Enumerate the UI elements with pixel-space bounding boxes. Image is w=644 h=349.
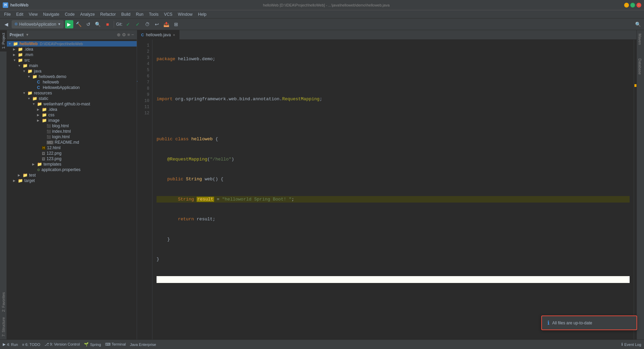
menu-help[interactable]: Help (195, 11, 209, 17)
sidebar-tab-favorites[interactable]: 2: Favorites (0, 289, 7, 314)
tree-122png[interactable]: ▶ 🖼 122.png (7, 151, 137, 156)
tree-weilanhanf[interactable]: ▼ 📁 weilanhanf.github.io-mast (7, 101, 137, 107)
menu-analyze[interactable]: Analyze (77, 11, 98, 17)
tab-helloweb[interactable]: C helloweb.java × (137, 30, 179, 40)
tab-close-btn[interactable]: × (173, 33, 175, 37)
code-line-11: } (157, 256, 630, 263)
project-panel: Project ▼ ⊕ ⚙ ≡ − ▼ 📁 helloWeb D:\IDEA\P… (7, 30, 137, 339)
menu-navigate[interactable]: Navigate (40, 11, 62, 17)
close-button[interactable]: × (636, 3, 641, 8)
panel-close-btn[interactable]: − (131, 32, 134, 37)
tab-version-control[interactable]: ⎇ 9: Version Control (45, 342, 80, 347)
git-checkmark1[interactable]: ✓ (124, 20, 132, 28)
panel-settings-btn[interactable]: ≡ (127, 32, 130, 37)
tree-main[interactable]: ▼ 📁 main (7, 63, 137, 68)
mvn-folder-icon: 📁 (18, 52, 23, 57)
menu-vcs[interactable]: VCS (161, 11, 175, 17)
tree-helloweb[interactable]: ▶ C helloweb (7, 79, 137, 85)
image-arrow: ▶ (37, 119, 42, 122)
maximize-button[interactable]: □ (630, 3, 635, 8)
tree-app-props[interactable]: ▶ ⚙ application.properties (7, 167, 137, 172)
menu-view[interactable]: View (26, 11, 40, 17)
tree-static[interactable]: ▼ 📁 static (7, 96, 137, 101)
tree-readme[interactable]: ▶ MD README.md (7, 140, 137, 145)
tab-run[interactable]: ▶ 4: Run (3, 342, 18, 347)
tree-java[interactable]: ▼ 📁 java (7, 68, 137, 74)
12html-name: 12.html (47, 145, 60, 150)
tree-templates[interactable]: ▶ 📁 templates (7, 161, 137, 167)
tree-12html[interactable]: ▶ H 12.html (7, 145, 137, 151)
tab-spring[interactable]: 🌱 Spring (84, 342, 101, 347)
tree-helloweb-demo[interactable]: ▼ 📁 helloweb.demo (7, 74, 137, 79)
panel-scope-btn[interactable]: ⊕ (117, 32, 121, 37)
menu-file[interactable]: File (1, 11, 13, 17)
tree-test[interactable]: ▶ 📁 test (7, 172, 137, 178)
stop-button[interactable]: ■ (103, 20, 112, 28)
res-name: resources (34, 91, 52, 95)
search-everywhere[interactable]: 🔍 (634, 20, 642, 28)
sidebar-tab-project[interactable]: 1: Project (0, 30, 7, 51)
tree-123png[interactable]: ▶ 🖼 123.png (7, 156, 137, 161)
tree-blog[interactable]: ▶ ⬛ blog.html (7, 123, 137, 129)
git-undo[interactable]: ↩ (153, 20, 161, 28)
line-num-7: 7 ◆ (138, 79, 149, 86)
tree-login[interactable]: ▶ ⬛ login.html (7, 134, 137, 140)
tree-resources[interactable]: ▼ 📁 resources (7, 90, 137, 96)
left-sidebar-tabs: 1: Project 2: Favorites 7: Structure (0, 30, 7, 339)
split-vertical[interactable]: ⊞ (172, 20, 180, 28)
test-name: test (29, 173, 36, 178)
tree-idea[interactable]: ▶ 📁 .idea (7, 47, 137, 52)
panel-controls: ⊕ ⚙ ≡ − (117, 32, 134, 37)
menu-code[interactable]: Code (62, 11, 77, 17)
gutter-marker (634, 84, 636, 87)
tree-index[interactable]: ▶ ⬛ index.html (7, 129, 137, 134)
spring-icon: 🌱 (84, 342, 89, 347)
tree-src[interactable]: ▼ 📁 src (7, 57, 137, 63)
menu-run[interactable]: Run (133, 11, 146, 17)
panel-gear-btn[interactable]: ⚙ (122, 32, 126, 37)
panel-dropdown[interactable]: ▼ (26, 33, 29, 37)
git-label: Git: (116, 22, 123, 27)
tree-idea-sub[interactable]: ▶ 📁 .idea (7, 107, 137, 112)
app-filename: HellowebApplication (43, 85, 80, 90)
tree-target[interactable]: ▶ 📁 target (7, 178, 137, 183)
tab-java-icon: C (141, 33, 144, 37)
menu-window[interactable]: Window (175, 11, 195, 17)
line-num-5: 5 (138, 67, 149, 73)
menu-build[interactable]: Build (119, 11, 133, 17)
tab-terminal[interactable]: ⌨ Terminal (105, 342, 126, 347)
tab-todo[interactable]: ≡ 6: TODO (22, 342, 40, 347)
tab-java-enterprise[interactable]: Java Enterprise (130, 342, 156, 347)
right-gutter (634, 40, 636, 339)
tree-image[interactable]: ▶ 📁 image (7, 118, 137, 123)
menu-edit[interactable]: Edit (13, 11, 26, 17)
tree-root[interactable]: ▼ 📁 helloWeb D:\IDEA\Project\helloWeb (7, 41, 137, 47)
code-line-10: } (157, 236, 630, 243)
event-log-btn[interactable]: ℹ Event Log (621, 342, 641, 347)
coverage-button[interactable]: 🔍 (94, 20, 102, 28)
git-checkmark2[interactable]: ✓ (134, 20, 142, 28)
minimize-button[interactable]: ─ (624, 3, 629, 8)
blog-name: blog.html (52, 124, 69, 128)
idea-sub-icon: 📁 (42, 107, 47, 112)
back-button[interactable]: ◀ (2, 20, 10, 28)
main-folder-icon: 📁 (23, 63, 28, 68)
git-push[interactable]: 📤 (162, 20, 171, 28)
run-configuration[interactable]: ⚙ HellowebApplication ▼ (12, 20, 64, 28)
code-content[interactable]: package helloweb.demo; import org.spring… (152, 40, 634, 339)
reload-button[interactable]: ↺ (84, 20, 92, 28)
menu-refactor[interactable]: Refactor (98, 11, 119, 17)
run-button[interactable]: ▶ (65, 20, 73, 28)
tree-css[interactable]: ▶ 📁 css (7, 112, 137, 118)
je-label: Java Enterprise (130, 342, 156, 347)
build-button[interactable]: 🔨 (75, 20, 83, 28)
tree-heloweb-app[interactable]: ▶ C HellowebApplication (7, 85, 137, 90)
tree-mvn[interactable]: ▶ 📁 .mvn (7, 52, 137, 57)
code-line-2 (157, 76, 630, 83)
right-tab-database[interactable]: Database (637, 55, 644, 78)
templates-folder-icon: 📁 (37, 162, 42, 167)
menu-tools[interactable]: Tools (146, 11, 161, 17)
right-tab-maven[interactable]: Maven (637, 30, 644, 48)
sidebar-tab-structure[interactable]: 7: Structure (0, 314, 7, 339)
git-history[interactable]: ⏱ (143, 20, 151, 28)
